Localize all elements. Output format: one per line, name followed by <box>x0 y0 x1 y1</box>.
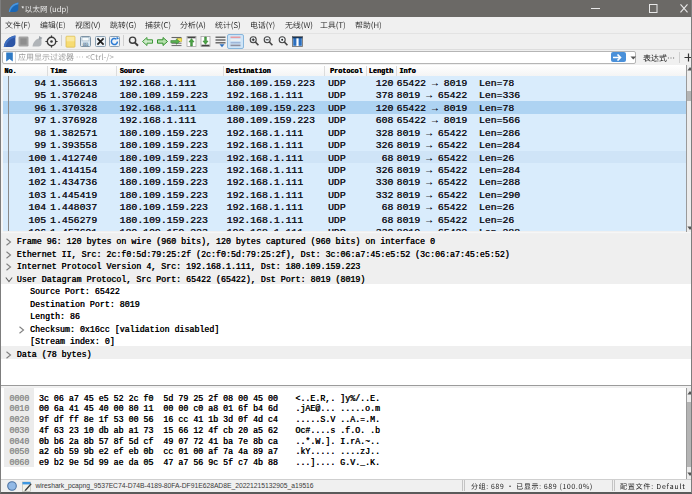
svg-text:010: 010 <box>82 42 88 46</box>
